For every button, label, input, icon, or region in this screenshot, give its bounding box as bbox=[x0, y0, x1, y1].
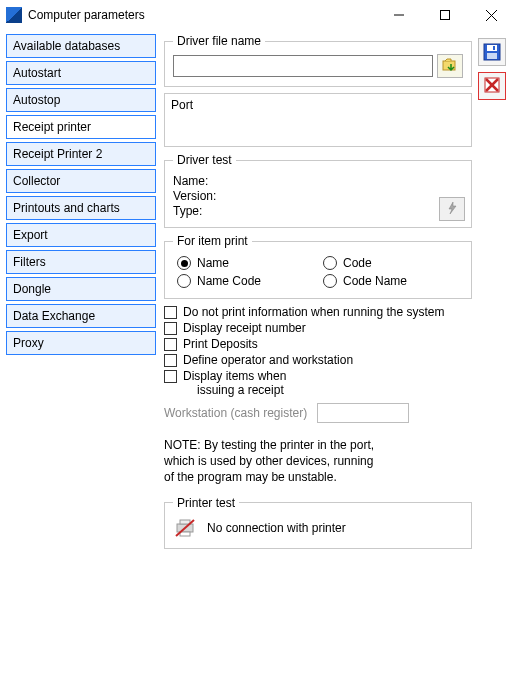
radio-name-code[interactable]: Name Code bbox=[177, 274, 313, 288]
checkbox-icon bbox=[164, 322, 177, 335]
lightning-icon bbox=[445, 201, 459, 218]
minimize-button[interactable] bbox=[376, 0, 422, 30]
app-icon bbox=[6, 7, 22, 23]
driver-test-legend: Driver test bbox=[173, 153, 236, 167]
radio-code-name[interactable]: Code Name bbox=[323, 274, 459, 288]
sidebar-item-label: Receipt printer bbox=[13, 120, 91, 134]
check-label: Print Deposits bbox=[183, 337, 258, 351]
sidebar-item-data-exchange[interactable]: Data Exchange bbox=[6, 304, 156, 328]
checkbox-icon bbox=[164, 338, 177, 351]
action-column bbox=[476, 34, 508, 688]
cancel-button[interactable] bbox=[478, 72, 506, 100]
driver-test-type: Type: bbox=[173, 204, 463, 218]
options-checklist: Do not print information when running th… bbox=[164, 305, 472, 397]
check-label: Do not print information when running th… bbox=[183, 305, 444, 319]
workstation-row: Workstation (cash register) bbox=[164, 403, 472, 423]
sidebar-item-label: Export bbox=[13, 228, 48, 242]
radio-icon bbox=[323, 256, 337, 270]
driver-test-name: Name: bbox=[173, 174, 463, 188]
svg-rect-7 bbox=[180, 532, 190, 536]
sidebar-item-label: Available databases bbox=[13, 39, 120, 53]
workstation-label: Workstation (cash register) bbox=[164, 406, 307, 420]
sidebar-item-label: Filters bbox=[13, 255, 46, 269]
sidebar-item-receipt-printer[interactable]: Receipt printer bbox=[6, 115, 156, 139]
radio-label: Name Code bbox=[197, 274, 261, 288]
checkbox-icon bbox=[164, 354, 177, 367]
sidebar-item-label: Receipt Printer 2 bbox=[13, 147, 102, 161]
check-no-print-info[interactable]: Do not print information when running th… bbox=[164, 305, 472, 319]
check-label: Display items when issuing a receipt bbox=[183, 369, 286, 397]
sidebar-item-label: Printouts and charts bbox=[13, 201, 120, 215]
driver-file-group: Driver file name bbox=[164, 34, 472, 87]
driver-test-button[interactable] bbox=[439, 197, 465, 221]
check-label: Define operator and workstation bbox=[183, 353, 353, 367]
sidebar-item-available-databases[interactable]: Available databases bbox=[6, 34, 156, 58]
note-text: NOTE: By testing the printer in the port… bbox=[164, 437, 472, 486]
radio-icon bbox=[323, 274, 337, 288]
titlebar: Computer parameters bbox=[0, 0, 514, 30]
window-title: Computer parameters bbox=[28, 8, 145, 22]
sidebar-item-autostop[interactable]: Autostop bbox=[6, 88, 156, 112]
main-panel: Driver file name Port Driver test Name: … bbox=[156, 34, 476, 688]
sidebar-item-collector[interactable]: Collector bbox=[6, 169, 156, 193]
driver-file-legend: Driver file name bbox=[173, 34, 265, 48]
sidebar-item-export[interactable]: Export bbox=[6, 223, 156, 247]
check-display-receipt-number[interactable]: Display receipt number bbox=[164, 321, 472, 335]
sidebar-item-label: Proxy bbox=[13, 336, 44, 350]
checkbox-icon bbox=[164, 370, 177, 383]
sidebar-item-label: Collector bbox=[13, 174, 60, 188]
radio-code[interactable]: Code bbox=[323, 256, 459, 270]
svg-rect-6 bbox=[180, 520, 190, 524]
driver-file-input[interactable] bbox=[173, 55, 433, 77]
browse-driver-button[interactable] bbox=[437, 54, 463, 78]
sidebar-item-printouts-and-charts[interactable]: Printouts and charts bbox=[6, 196, 156, 220]
printer-test-legend: Printer test bbox=[173, 496, 239, 510]
driver-test-version: Version: bbox=[173, 189, 463, 203]
close-button[interactable] bbox=[468, 0, 514, 30]
sidebar-item-autostart[interactable]: Autostart bbox=[6, 61, 156, 85]
printer-test-group: Printer test No connection with printer bbox=[164, 496, 472, 549]
check-define-operator[interactable]: Define operator and workstation bbox=[164, 353, 472, 367]
port-group: Port bbox=[164, 93, 472, 147]
port-label: Port bbox=[171, 98, 465, 112]
sidebar-item-filters[interactable]: Filters bbox=[6, 250, 156, 274]
radio-name[interactable]: Name bbox=[177, 256, 313, 270]
sidebar-item-label: Dongle bbox=[13, 282, 51, 296]
sidebar-item-label: Autostart bbox=[13, 66, 61, 80]
open-folder-icon bbox=[442, 58, 458, 75]
radio-label: Name bbox=[197, 256, 229, 270]
item-print-group: For item print Name Code Name Code Code … bbox=[164, 234, 472, 299]
cancel-icon bbox=[482, 75, 502, 98]
printer-test-status: No connection with printer bbox=[207, 521, 346, 535]
driver-test-group: Driver test Name: Version: Type: bbox=[164, 153, 472, 228]
svg-rect-11 bbox=[487, 53, 497, 59]
floppy-disk-icon bbox=[482, 42, 502, 62]
checkbox-icon bbox=[164, 306, 177, 319]
radio-label: Code bbox=[343, 256, 372, 270]
check-print-deposits[interactable]: Print Deposits bbox=[164, 337, 472, 351]
radio-icon bbox=[177, 274, 191, 288]
radio-icon bbox=[177, 256, 191, 270]
sidebar: Available databases Autostart Autostop R… bbox=[6, 34, 156, 688]
svg-rect-1 bbox=[441, 11, 450, 20]
check-display-items[interactable]: Display items when issuing a receipt bbox=[164, 369, 472, 397]
item-print-legend: For item print bbox=[173, 234, 252, 248]
printer-disconnected-icon bbox=[173, 516, 197, 540]
sidebar-item-label: Data Exchange bbox=[13, 309, 95, 323]
svg-rect-10 bbox=[487, 45, 497, 51]
sidebar-item-dongle[interactable]: Dongle bbox=[6, 277, 156, 301]
save-button[interactable] bbox=[478, 38, 506, 66]
sidebar-item-label: Autostop bbox=[13, 93, 60, 107]
maximize-button[interactable] bbox=[422, 0, 468, 30]
svg-rect-12 bbox=[493, 46, 495, 50]
radio-label: Code Name bbox=[343, 274, 407, 288]
sidebar-item-receipt-printer-2[interactable]: Receipt Printer 2 bbox=[6, 142, 156, 166]
sidebar-item-proxy[interactable]: Proxy bbox=[6, 331, 156, 355]
workstation-input[interactable] bbox=[317, 403, 409, 423]
check-label: Display receipt number bbox=[183, 321, 306, 335]
